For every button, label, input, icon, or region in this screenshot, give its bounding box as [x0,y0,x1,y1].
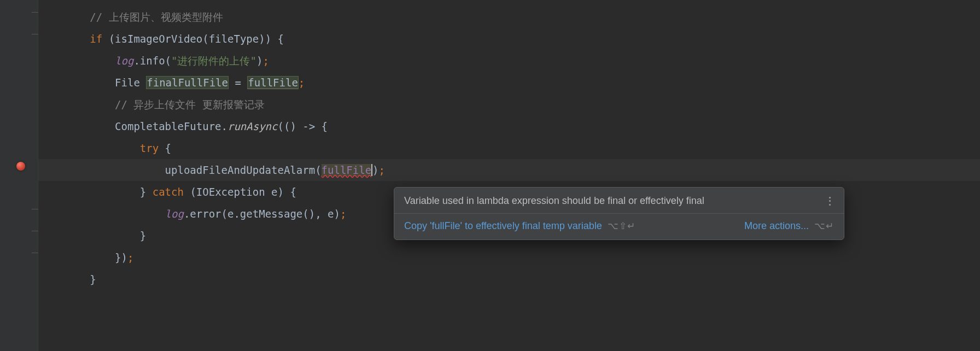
code-text: CompletableFuture. [115,120,228,132]
code-text: } [140,186,153,198]
code-line[interactable]: } [38,268,980,290]
code-line[interactable]: File finalFullFile = fullFile; [38,72,980,93]
code-text: ) [372,164,378,176]
static-method: runAsync [228,120,278,132]
highlighted-identifier: finalFullFile [146,76,229,89]
code-line[interactable]: CompletableFuture.runAsync(() -> { [38,115,980,137]
fold-marker-icon[interactable] [32,209,38,209]
popup-error-message: Variable used in lambda expression shoul… [404,195,704,207]
highlighted-identifier: fullFile [247,76,299,89]
code-text: } [90,273,96,285]
popup-message-row: Variable used in lambda expression shoul… [394,188,844,213]
more-actions-link[interactable]: More actions... [744,220,809,232]
more-options-icon[interactable] [825,197,834,206]
keyword-if: if [90,33,102,45]
semicolon: ; [340,208,346,220]
popup-actions-row: Copy 'fullFile' to effectively final tem… [394,214,844,239]
semicolon: ; [127,251,133,264]
code-text: ) [256,55,262,67]
code-line[interactable]: if (isImageOrVideo(fileType)) { [38,28,980,50]
code-text: uploadFileAndUpdateAlarm( [165,164,322,176]
semicolon: ; [262,55,269,67]
error-bulb-icon[interactable] [16,162,27,173]
code-line[interactable]: try { [38,137,980,159]
quickfix-copy-variable[interactable]: Copy 'fullFile' to effectively final tem… [404,220,602,232]
code-line[interactable]: }); [38,247,980,268]
comment-text: // 上传图片、视频类型附件 [90,11,223,23]
semicolon: ; [299,77,305,89]
keyword-try: try [140,142,159,154]
code-text: .error(e.getMessage(), e) [184,208,340,220]
fold-marker-icon[interactable] [32,253,38,253]
code-text: = [229,77,247,89]
intention-popup: Variable used in lambda expression shoul… [394,187,844,240]
field-ref: log [165,208,184,220]
shortcut-label: ⌥⇧↵ [608,220,635,232]
fold-marker-icon[interactable] [32,34,38,34]
code-text: }) [115,251,127,264]
comment-text: // 异步上传文件 更新报警记录 [115,98,265,110]
code-text: (isImageOrVideo(fileType)) { [102,33,284,45]
field-ref: log [115,55,133,67]
code-text: File [115,77,146,89]
code-line[interactable]: // 上传图片、视频类型附件 [38,6,980,28]
shortcut-label: ⌥↵ [814,220,834,232]
semicolon: ; [379,164,385,176]
code-text: } [140,230,146,242]
fold-marker-icon[interactable] [32,12,38,13]
code-text: (IOException e) { [184,186,296,198]
code-text: (() -> { [278,120,328,132]
code-line[interactable]: // 异步上传文件 更新报警记录 [38,93,980,115]
code-text: { [159,142,171,154]
error-identifier: fullFile [322,164,373,176]
code-text: .info( [133,55,171,67]
keyword-catch: catch [153,186,184,198]
code-line-highlighted[interactable]: uploadFileAndUpdateAlarm(fullFile); [38,159,980,181]
fold-marker-icon[interactable] [32,231,38,231]
code-editor[interactable]: // 上传图片、视频类型附件 if (isImageOrVideo(fileTy… [38,0,980,351]
code-line[interactable]: log.info("进行附件的上传"); [38,50,980,72]
string-literal: "进行附件的上传" [171,55,256,67]
editor-gutter [0,0,38,351]
